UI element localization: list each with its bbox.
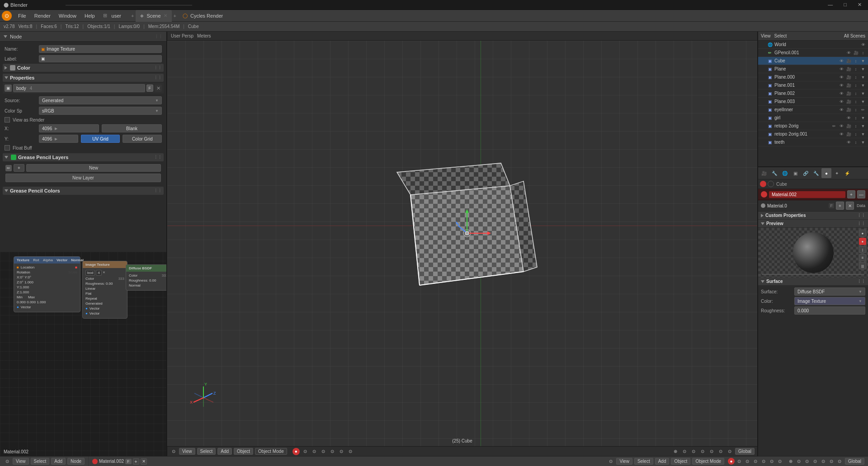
snap-icon3[interactable]: ⊙: [803, 458, 811, 465]
gp-eye[interactable]: 👁: [845, 50, 852, 56]
eyeinner-lock[interactable]: ↕: [853, 107, 859, 113]
plane-render[interactable]: 🎥: [845, 66, 852, 72]
viewport-select-btn[interactable]: Select: [197, 448, 216, 455]
window-controls[interactable]: — □ ✕: [825, 2, 864, 8]
material-name-bar[interactable]: Material.002: [769, 191, 845, 198]
outliner-retopo001-item[interactable]: ▣ retopo 2orig.001 👁 🎥 ↕ ▼: [758, 130, 868, 138]
mode-icon5[interactable]: ⊙: [760, 458, 767, 465]
plane003-eye[interactable]: 👁: [838, 99, 844, 105]
cycles-tab-add[interactable]: +: [172, 10, 178, 22]
node-editor-icon[interactable]: ⊙: [4, 458, 11, 465]
preview-btn4[interactable]: ≡: [859, 254, 866, 261]
outliner-cube-item[interactable]: ▣ Cube 👁 🎥 ↕ ▼: [758, 57, 868, 65]
preview-btn3[interactable]: |: [859, 246, 866, 253]
roughness-value[interactable]: 0.000: [794, 306, 865, 315]
gp-layers-check[interactable]: [11, 155, 16, 160]
texture-node[interactable]: Texture Rot Alpha Vector Normal ■Locatio…: [14, 256, 80, 312]
retopo001-eye[interactable]: 👁: [838, 131, 844, 137]
eyeinner-eye[interactable]: 👁: [838, 107, 844, 113]
outliner-scenes-btn[interactable]: All Scenes: [844, 33, 865, 38]
bottom-add-btn[interactable]: Add: [51, 458, 66, 465]
preview-slider[interactable]: [762, 274, 864, 275]
minimize-btn[interactable]: —: [825, 2, 835, 8]
scene-props-tab[interactable]: 🔧: [769, 168, 779, 178]
gp-colors-header[interactable]: Grease Pencil Colors ⋮⋮: [3, 187, 164, 195]
retopo-lock[interactable]: ↕: [853, 123, 859, 129]
snap-icon6[interactable]: ⊙: [828, 458, 835, 465]
teeth-arrow[interactable]: ▼: [860, 139, 866, 146]
plane000-lock[interactable]: ↕: [853, 74, 859, 80]
viewport-bottom-objmode-btn[interactable]: Object Mode: [692, 458, 724, 465]
uv-grid-btn[interactable]: UV Grid: [81, 135, 120, 143]
viewport-bottom-view-btn[interactable]: View: [616, 458, 632, 465]
diffuse-node[interactable]: Diffuse BSDF Color333 Roughness: 0.00 No…: [126, 264, 166, 291]
file-menu[interactable]: File: [14, 12, 30, 19]
modifiers-tab[interactable]: 🔧: [811, 168, 821, 178]
blender-icon[interactable]: ⊙: [2, 11, 12, 21]
node-panel-options[interactable]: ⋮⋮: [155, 34, 163, 39]
viewport-bottom-object-btn[interactable]: Object: [671, 458, 690, 465]
snap-icon7[interactable]: ⊙: [836, 458, 843, 465]
render-menu[interactable]: Render: [31, 12, 54, 19]
cube-lock[interactable]: ↕: [853, 58, 859, 64]
gp-new-btn[interactable]: New: [26, 164, 161, 172]
cube-render[interactable]: 🎥: [845, 58, 852, 64]
snap-icon1[interactable]: ⊕: [787, 458, 794, 465]
retopo-edit[interactable]: ✏: [831, 123, 837, 129]
global-btn[interactable]: Global: [735, 448, 755, 455]
preview-btn1[interactable]: ●: [859, 230, 866, 237]
properties-section-header[interactable]: Properties ⋮⋮: [3, 74, 164, 82]
outliner-world-item[interactable]: 🌐 World 👁: [758, 41, 868, 49]
body-name[interactable]: body 4: [13, 84, 145, 92]
close-btn[interactable]: ✕: [855, 2, 864, 8]
node-canvas[interactable]: Texture Rot Alpha Vector Normal ■Locatio…: [0, 252, 166, 457]
mode-icon1[interactable]: ●: [728, 458, 735, 465]
viewport-icon9[interactable]: ⊙: [681, 448, 688, 455]
outliner-plane001-item[interactable]: ▣ Plane.001 👁 🎥 ↕ ▼: [758, 81, 868, 89]
world-props-tab[interactable]: 🌐: [780, 168, 790, 178]
preview-more[interactable]: ⋮⋮: [857, 221, 865, 226]
viewport-icon11[interactable]: ⊙: [699, 448, 706, 455]
plane001-eye[interactable]: 👁: [838, 82, 844, 89]
eyeinner-edit[interactable]: ✏: [860, 107, 866, 113]
data-tab-label[interactable]: Data: [857, 203, 865, 208]
viewport-icon7[interactable]: ⊙: [347, 448, 354, 455]
snap-icon5[interactable]: ⊙: [820, 458, 827, 465]
custom-props-more[interactable]: ⋮⋮: [857, 213, 865, 218]
plane001-arrow[interactable]: ▼: [860, 82, 866, 89]
body-icon[interactable]: ▣: [5, 85, 12, 92]
retopo-eye[interactable]: 👁: [838, 123, 844, 129]
retopo-arrow[interactable]: ▼: [860, 123, 866, 129]
snap-icon2[interactable]: ⊙: [795, 458, 802, 465]
material-slot-remove[interactable]: ✕: [846, 202, 854, 210]
material-add-btn[interactable]: +: [847, 190, 855, 198]
colorsp-dropdown[interactable]: sRGB ▼: [39, 107, 162, 115]
plane001-lock[interactable]: ↕: [853, 82, 859, 89]
girl-eye[interactable]: 👁: [845, 115, 852, 121]
color-options[interactable]: ⋮⋮: [154, 66, 162, 70]
gp-add-btn[interactable]: +: [14, 164, 24, 172]
outliner-plane-item[interactable]: ▣ Plane 👁 🎥 ↕ ▼: [758, 65, 868, 73]
scene-tab[interactable]: ◆ Scene ✕: [136, 10, 171, 22]
custom-props-section[interactable]: Custom Properties ⋮⋮: [758, 212, 868, 220]
scene-tab-add[interactable]: +: [129, 10, 136, 22]
teeth-lock[interactable]: ↕: [853, 139, 859, 146]
color-section-header[interactable]: Color ⋮⋮: [3, 64, 164, 72]
viewport-render-icon[interactable]: ●: [292, 448, 300, 455]
material-slot-add[interactable]: +: [836, 202, 844, 210]
surface-type-value[interactable]: Diffuse BSDF ▼: [794, 287, 865, 296]
x-blank-btn[interactable]: Blank: [102, 124, 162, 132]
outliner-view-btn[interactable]: View: [761, 33, 771, 38]
outliner-gp-item[interactable]: ✏ GPencil.001 👁 🎥 ↕: [758, 49, 868, 57]
node-name-input[interactable]: ▣ Image Texture: [39, 45, 162, 53]
bottom-select-btn[interactable]: Select: [31, 458, 50, 465]
help-menu[interactable]: Help: [81, 12, 99, 19]
x-value-field[interactable]: 4096 ▶: [39, 124, 99, 132]
plane002-eye[interactable]: 👁: [838, 90, 844, 97]
viewport-object-btn[interactable]: Object: [234, 448, 253, 455]
plane001-render[interactable]: 🎥: [845, 82, 852, 89]
viewport-view-btn[interactable]: View: [179, 448, 195, 455]
mode-icon3[interactable]: ⊙: [744, 458, 751, 465]
viewport-icon8[interactable]: ⊕: [672, 448, 679, 455]
cycles-tab[interactable]: ◯ Cycles Render: [178, 10, 227, 22]
